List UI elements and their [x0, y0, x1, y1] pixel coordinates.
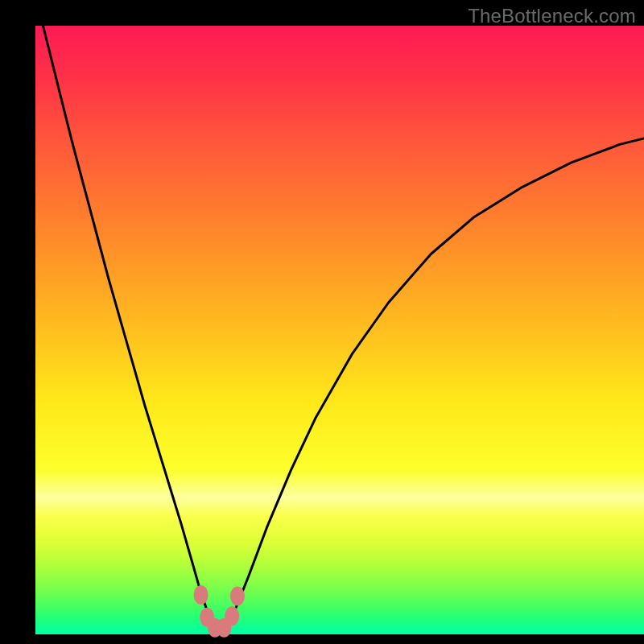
curve-marker — [225, 606, 239, 625]
curve-markers — [194, 585, 245, 638]
chart-frame: TheBottleneck.com — [0, 0, 644, 644]
watermark-text: TheBottleneck.com — [468, 5, 636, 27]
curve-svg — [35, 26, 644, 634]
chart-plot-area — [35, 26, 644, 634]
bottleneck-curve — [35, 0, 644, 628]
curve-marker — [194, 585, 208, 605]
curve-marker — [230, 586, 245, 605]
